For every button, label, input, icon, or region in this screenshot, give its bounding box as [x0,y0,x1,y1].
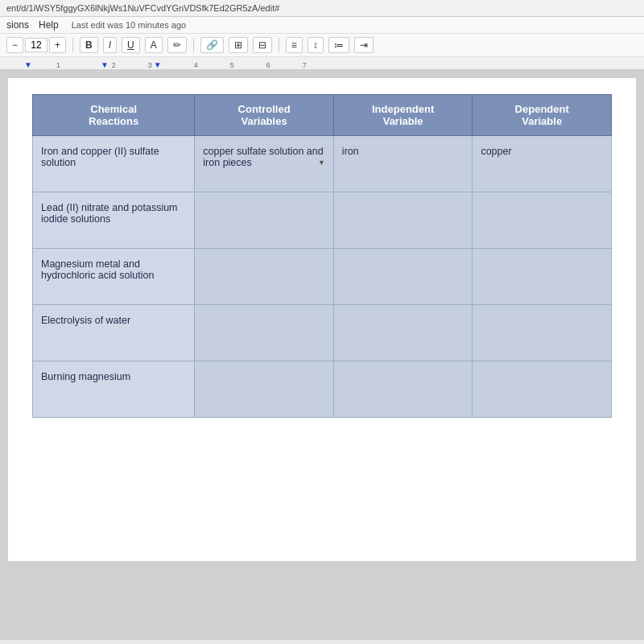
align-button[interactable]: ≡ [286,37,303,53]
ruler: ▼ 1 ▼ 2 3 ▼ 4 5 6 7 [0,57,644,70]
data-table: Chemical Reactions Controlled Variables … [32,94,612,418]
table-row: Iron and copper (II) sulfate solutioncop… [33,136,612,192]
table-button[interactable]: ⊟ [253,37,272,53]
cell-1-independent[interactable] [333,192,473,249]
link-button[interactable]: 🔗 [200,37,224,53]
italic-button[interactable]: I [103,37,117,53]
table-header-row: Chemical Reactions Controlled Variables … [33,95,612,136]
cell-2-controlled[interactable] [195,249,334,305]
cell-0-chemical[interactable]: Iron and copper (II) sulfate solution [33,136,195,192]
cell-1-controlled[interactable] [195,192,334,249]
cell-2-dependent[interactable] [473,249,612,305]
cell-0-dependent[interactable]: copper [473,136,612,192]
document-page: Chemical Reactions Controlled Variables … [8,78,636,561]
header-dependent-variable: Dependent Variable [473,95,612,136]
last-edit-text: Last edit was 10 minutes ago [72,20,186,30]
line-spacing-button[interactable]: ↕ [308,37,324,53]
indent-button[interactable]: ⇥ [354,37,374,53]
font-color-button[interactable]: A [145,37,163,53]
menu-bar: sions Help Last edit was 10 minutes ago [0,17,644,34]
toolbar-divider-1 [72,38,73,52]
font-size-input[interactable] [25,38,47,52]
cell-3-controlled[interactable] [195,305,334,361]
menu-item-sions[interactable]: sions [6,19,29,31]
cell-1-chemical[interactable]: Lead (II) nitrate and potassium iodide s… [33,192,195,249]
cell-4-dependent[interactable] [473,361,612,418]
cell-3-independent[interactable] [333,305,473,361]
table-row: Electrolysis of water [33,305,612,361]
toolbar-divider-2 [193,38,194,52]
table-row: Magnesium metal and hydrochloric acid so… [33,249,612,305]
menu-item-help[interactable]: Help [39,19,59,31]
cell-0-controlled[interactable]: copper sulfate solution and iron pieces▼ [195,136,334,192]
font-decrease-button[interactable]: − [6,37,23,53]
url-text: ent/d/1iWSY5fggyGX6lNkjWs1NuVFCvdYGnVDSf… [6,3,279,13]
cell-3-dependent[interactable] [473,305,612,361]
header-chemical-reactions: Chemical Reactions [33,95,195,136]
cell-2-independent[interactable] [333,249,473,305]
pencil-button[interactable]: ✏ [167,37,187,53]
font-increase-button[interactable]: + [49,37,66,53]
cell-1-dependent[interactable] [473,192,612,249]
header-independent-variable: Independent Variable [333,95,473,136]
browser-url-bar: ent/d/1iWSY5fggyGX6lNkjWs1NuVFCvdYGnVDSf… [0,0,644,17]
document-area: Chemical Reactions Controlled Variables … [0,70,644,640]
table-row: Lead (II) nitrate and potassium iodide s… [33,192,612,249]
underline-button[interactable]: U [122,37,140,53]
image-button[interactable]: ⊞ [229,37,248,53]
cell-4-independent[interactable] [333,361,473,418]
toolbar-divider-3 [279,38,279,52]
font-size-control: − + [6,37,66,53]
toolbar: − + B I U A ✏ 🔗 ⊞ ⊟ ≡ ↕ ≔ ⇥ [0,34,644,57]
cell-4-chemical[interactable]: Burning magnesium [33,361,195,418]
cell-3-chemical[interactable]: Electrolysis of water [33,305,195,361]
header-controlled-variables: Controlled Variables [195,95,334,136]
cell-4-controlled[interactable] [195,361,334,418]
list-button[interactable]: ≔ [328,37,349,53]
bold-button[interactable]: B [80,37,98,53]
table-row: Burning magnesium [33,361,612,418]
cell-2-chemical[interactable]: Magnesium metal and hydrochloric acid so… [33,249,195,305]
cell-0-independent[interactable]: iron [333,136,473,192]
dropdown-arrow-icon: ▼ [318,159,325,167]
